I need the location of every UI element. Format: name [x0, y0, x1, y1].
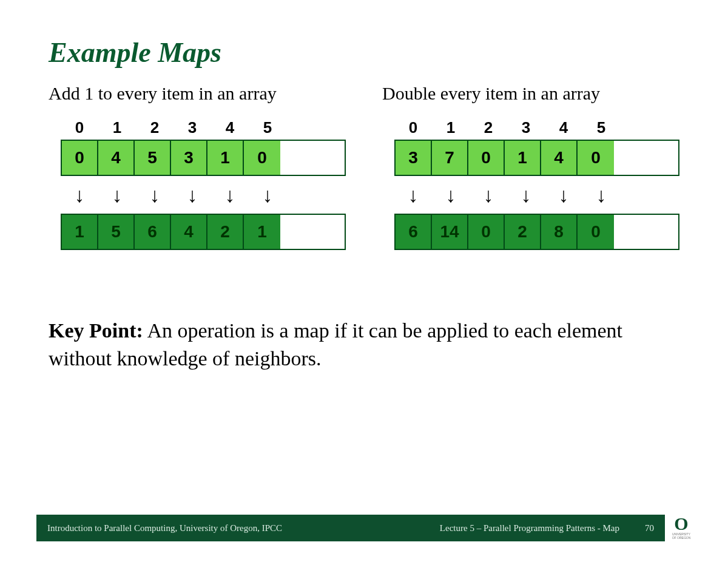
array-cell: 0 — [578, 141, 614, 175]
array-cell: 1 — [62, 215, 98, 249]
array-cell: 7 — [432, 141, 468, 175]
index-cell: 0 — [61, 118, 98, 140]
array-cell: 6 — [135, 215, 171, 249]
down-arrow-icon: ↓ — [249, 185, 286, 205]
right-index-row: 0 1 2 3 4 5 — [394, 118, 679, 140]
index-cell: 4 — [545, 118, 582, 140]
index-cell: 3 — [174, 118, 211, 140]
footer-lecture: Lecture 5 – Parallel Programming Pattern… — [440, 523, 619, 533]
down-arrow-icon: ↓ — [61, 185, 98, 205]
right-output-array: 6 14 0 2 8 0 — [394, 214, 679, 250]
key-point: Key Point: An operation is a map if it c… — [49, 317, 679, 373]
down-arrow-icon: ↓ — [211, 185, 249, 205]
array-cell: 0 — [62, 141, 98, 175]
right-subtitle: Double every item in an array — [382, 83, 679, 104]
index-cell: 3 — [507, 118, 545, 140]
array-cell: 14 — [432, 215, 468, 249]
footer-bar: Introduction to Parallel Computing, Univ… — [36, 515, 665, 541]
array-cell: 5 — [135, 141, 171, 175]
down-arrow-icon: ↓ — [507, 185, 545, 205]
array-cell: 0 — [468, 215, 505, 249]
left-subtitle: Add 1 to every item in an array — [49, 83, 346, 104]
left-array-block: 0 1 2 3 4 5 0 4 5 3 1 0 ↓ ↓ — [61, 118, 346, 250]
down-arrow-icon: ↓ — [136, 185, 174, 205]
array-cell: 4 — [541, 141, 578, 175]
array-cell: 2 — [505, 215, 541, 249]
right-arrows: ↓ ↓ ↓ ↓ ↓ ↓ — [394, 185, 679, 205]
down-arrow-icon: ↓ — [394, 185, 432, 205]
index-cell: 5 — [582, 118, 620, 140]
array-cell: 1 — [505, 141, 541, 175]
left-index-row: 0 1 2 3 4 5 — [61, 118, 346, 140]
example-right: Double every item in an array 0 1 2 3 4 … — [382, 83, 679, 250]
left-input-array: 0 4 5 3 1 0 — [61, 140, 346, 176]
example-left: Add 1 to every item in an array 0 1 2 3 … — [49, 83, 346, 250]
array-cell: 0 — [244, 141, 280, 175]
index-cell: 5 — [249, 118, 286, 140]
array-cell: 6 — [396, 215, 432, 249]
down-arrow-icon: ↓ — [98, 185, 136, 205]
array-cell: 0 — [468, 141, 505, 175]
slide: Example Maps Add 1 to every item in an a… — [0, 0, 728, 562]
slide-footer: Introduction to Parallel Computing, Univ… — [36, 515, 692, 541]
index-cell: 0 — [394, 118, 432, 140]
index-cell: 4 — [211, 118, 249, 140]
array-cell: 8 — [541, 215, 578, 249]
down-arrow-icon: ↓ — [432, 185, 470, 205]
right-input-array: 3 7 0 1 4 0 — [394, 140, 679, 176]
examples-columns: Add 1 to every item in an array 0 1 2 3 … — [49, 83, 679, 250]
down-arrow-icon: ↓ — [545, 185, 582, 205]
index-cell: 2 — [136, 118, 174, 140]
index-cell: 2 — [470, 118, 507, 140]
array-cell: 0 — [578, 215, 614, 249]
left-output-array: 1 5 6 4 2 1 — [61, 214, 346, 250]
array-cell: 5 — [98, 215, 135, 249]
oregon-logo-subtext: UNIVERSITY OF OREGON — [671, 533, 692, 540]
footer-page-number: 70 — [645, 523, 654, 533]
index-cell: 1 — [432, 118, 470, 140]
down-arrow-icon: ↓ — [174, 185, 211, 205]
right-array-block: 0 1 2 3 4 5 3 7 0 1 4 0 ↓ ↓ — [394, 118, 679, 250]
index-cell: 1 — [98, 118, 136, 140]
oregon-o-glyph: O — [674, 515, 688, 533]
array-cell: 4 — [171, 215, 207, 249]
down-arrow-icon: ↓ — [470, 185, 507, 205]
left-arrows: ↓ ↓ ↓ ↓ ↓ ↓ — [61, 185, 346, 205]
footer-right-group: Lecture 5 – Parallel Programming Pattern… — [440, 523, 654, 533]
array-cell: 1 — [244, 215, 280, 249]
slide-title: Example Maps — [49, 36, 679, 69]
array-cell: 3 — [396, 141, 432, 175]
oregon-logo-icon: O UNIVERSITY OF OREGON — [671, 515, 692, 541]
array-cell: 2 — [207, 215, 244, 249]
down-arrow-icon: ↓ — [582, 185, 620, 205]
array-cell: 3 — [171, 141, 207, 175]
footer-course: Introduction to Parallel Computing, Univ… — [47, 523, 282, 533]
key-point-label: Key Point: — [49, 319, 143, 342]
array-cell: 4 — [98, 141, 135, 175]
array-cell: 1 — [207, 141, 244, 175]
